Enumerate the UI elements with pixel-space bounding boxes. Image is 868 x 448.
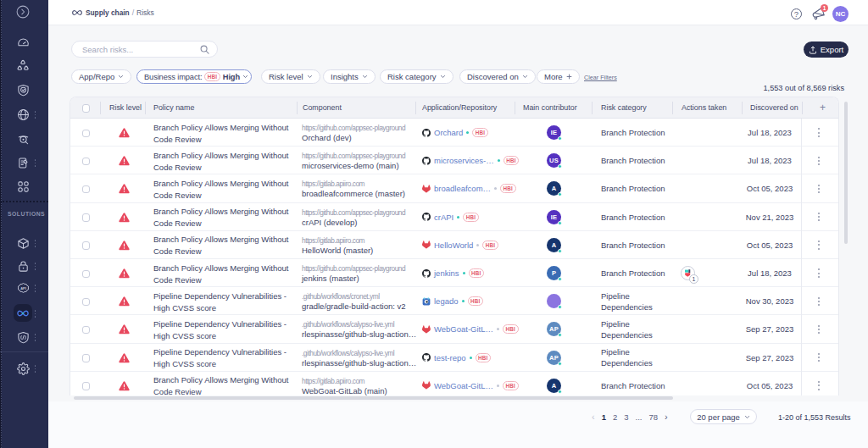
svg-text:1: 1 — [693, 276, 696, 282]
svg-text:API: API — [20, 286, 26, 290]
